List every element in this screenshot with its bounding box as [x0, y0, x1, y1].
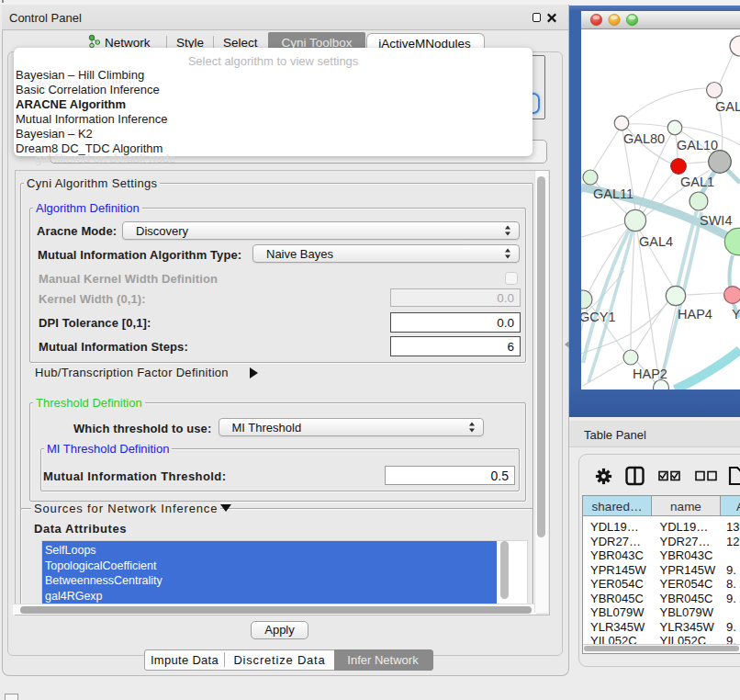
- svg-text:YE: YE: [732, 307, 740, 322]
- svg-text:GAL1: GAL1: [680, 175, 714, 189]
- svg-text:GCY1: GCY1: [581, 310, 616, 324]
- svg-text:HAP2: HAP2: [633, 367, 667, 381]
- svg-text:HAP4: HAP4: [678, 307, 712, 322]
- svg-text:GAL11: GAL11: [593, 186, 633, 201]
- svg-text:GAL7: GAL7: [715, 99, 740, 114]
- svg-text:SWI4: SWI4: [700, 213, 732, 228]
- svg-text:GAL4: GAL4: [639, 234, 673, 249]
- svg-text:GAL10: GAL10: [677, 138, 718, 152]
- svg-text:GAL80: GAL80: [623, 131, 665, 146]
